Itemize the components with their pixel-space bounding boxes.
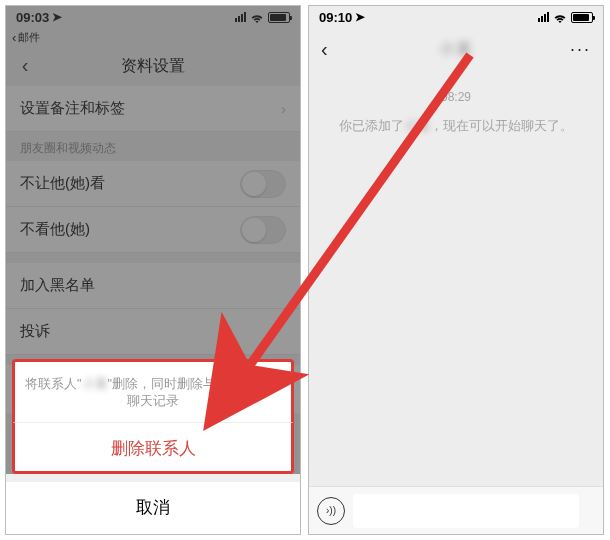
chevron-right-icon: ›	[281, 100, 286, 117]
chevron-left-icon: ‹	[12, 30, 16, 45]
sheet-message: 将联系人"小某"删除，同时删除与该联系人的聊天记录	[12, 359, 294, 422]
voice-icon[interactable]: ›))	[317, 497, 345, 525]
back-button[interactable]: ‹	[14, 54, 36, 76]
back-button[interactable]: ‹	[321, 38, 343, 61]
row-blacklist[interactable]: 加入黑名单	[6, 263, 300, 309]
battery-icon	[268, 12, 290, 23]
signal-icon	[235, 12, 246, 22]
row-remark-tag[interactable]: 设置备注和标签 ›	[6, 86, 300, 132]
action-sheet: 将联系人"小某"删除，同时删除与该联系人的聊天记录 删除联系人 取消	[6, 353, 300, 534]
contact-name-blurred: 小某	[404, 118, 430, 135]
chat-title-blurred: 小某	[439, 39, 473, 60]
system-message: 你已添加了小某，现在可以开始聊天了。	[309, 118, 603, 135]
row-hide-my-posts[interactable]: 不让他(她)看	[6, 161, 300, 207]
location-icon: ➤	[52, 10, 62, 24]
chat-body: 08:29 你已添加了小某，现在可以开始聊天了。	[309, 70, 603, 486]
status-time: 09:10	[319, 10, 352, 25]
more-button[interactable]: ···	[570, 39, 591, 60]
section-header-moments: 朋友圈和视频动态	[6, 132, 300, 161]
chat-input-bar: ›))	[309, 486, 603, 534]
row-label: 不看他(她)	[20, 220, 90, 239]
wifi-icon	[553, 12, 567, 22]
row-label: 不让他(她)看	[20, 174, 105, 193]
contact-name-blurred: 小某	[82, 376, 108, 393]
toggle-hide-their[interactable]	[240, 216, 286, 244]
row-label: 加入黑名单	[20, 276, 95, 295]
location-icon: ➤	[355, 10, 365, 24]
row-label: 设置备注和标签	[20, 99, 125, 118]
row-hide-their-posts[interactable]: 不看他(她)	[6, 207, 300, 253]
breadcrumb-mail[interactable]: ‹ 邮件	[6, 28, 300, 46]
battery-icon	[571, 12, 593, 23]
signal-icon	[538, 12, 549, 22]
chat-timestamp: 08:29	[309, 90, 603, 104]
mail-label: 邮件	[18, 30, 40, 45]
row-complaint[interactable]: 投诉	[6, 309, 300, 355]
status-bar: 09:03 ➤	[6, 6, 300, 28]
status-time: 09:03	[16, 10, 49, 25]
delete-contact-button[interactable]: 删除联系人	[12, 422, 294, 474]
nav-bar: ‹ 资料设置	[6, 46, 300, 86]
phone-chat: 09:10 ➤ ‹ 小某 ··· 08:29 你已添加了小某，现在可以开始聊天了…	[308, 5, 604, 535]
wifi-icon	[250, 12, 264, 22]
chat-nav-bar: ‹ 小某 ···	[309, 28, 603, 70]
page-title: 资料设置	[121, 56, 185, 77]
toggle-hide-my[interactable]	[240, 170, 286, 198]
cancel-button[interactable]: 取消	[6, 482, 300, 534]
chat-title: 小某	[343, 39, 570, 60]
row-label: 投诉	[20, 322, 50, 341]
phone-settings: 09:03 ➤ ‹ 邮件 ‹ 资料设置 设置备注和标签 › 朋友圈和视频动态 不…	[5, 5, 301, 535]
chat-text-input[interactable]	[353, 494, 579, 528]
status-bar: 09:10 ➤	[309, 6, 603, 28]
